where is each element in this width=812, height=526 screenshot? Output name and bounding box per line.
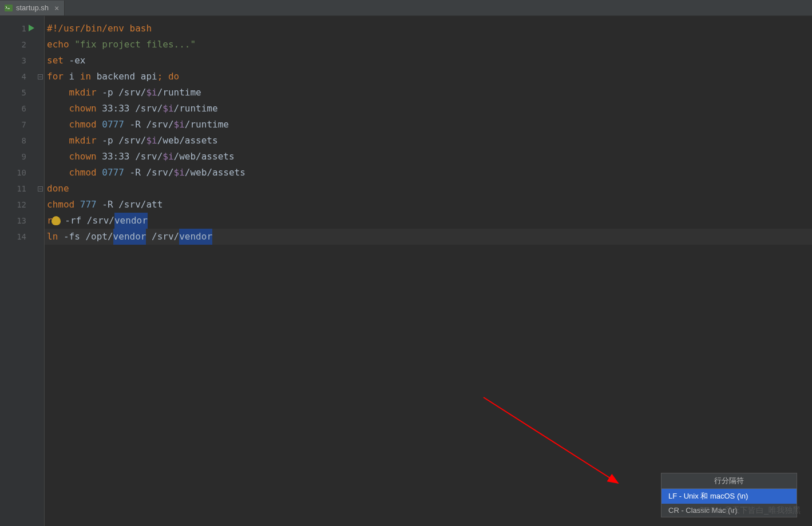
popup-item-lf[interactable]: LF - Unix 和 macOS (\n) <box>662 489 797 504</box>
editor-area: 1 2 3 4 5 6 7 8 9 10 11 12 13 14 #!/usr/… <box>0 16 812 526</box>
fold-icon[interactable] <box>38 186 43 192</box>
line-number: 13 <box>17 216 26 225</box>
code-line[interactable]: chmod 0777 -R /srv/$i/runtime <box>45 117 812 133</box>
editor-tab[interactable]: startup.sh × <box>0 1 65 15</box>
code-line[interactable]: #!/usr/bin/env bash <box>45 21 812 37</box>
code-line[interactable]: mkdir -p /srv/$i/runtime <box>45 85 812 101</box>
popup-title: 行分隔符 <box>662 473 797 489</box>
code-line[interactable]: set -ex <box>45 53 812 69</box>
code-line[interactable]: echo "fix project files..." <box>45 37 812 53</box>
line-number: 6 <box>22 104 26 113</box>
lightbulb-icon[interactable] <box>52 216 61 225</box>
line-number: 10 <box>17 168 26 177</box>
code-line[interactable]: r -rf /srv/vendor <box>45 213 812 229</box>
close-tab-icon[interactable]: × <box>54 3 59 13</box>
line-number: 11 <box>17 184 26 193</box>
code-line[interactable]: ln -fs /opt/vendor /srv/vendor <box>45 229 812 245</box>
code-line[interactable]: chown 33:33 /srv/$i/web/assets <box>45 149 812 165</box>
code-line[interactable]: for i in backend api; do <box>45 69 812 85</box>
fold-icon[interactable] <box>38 74 43 79</box>
line-number: 9 <box>22 152 26 161</box>
code-line[interactable]: mkdir -p /srv/$i/web/assets <box>45 133 812 149</box>
line-number: 12 <box>17 200 26 209</box>
line-number: 8 <box>22 136 26 145</box>
run-icon[interactable] <box>29 24 34 33</box>
code-line[interactable]: chmod 0777 -R /srv/$i/web/assets <box>45 165 812 181</box>
line-number: 5 <box>22 88 26 97</box>
code-line[interactable]: chmod 777 -R /srv/att <box>45 197 812 213</box>
fold-gutter <box>37 16 45 526</box>
line-number: 1 <box>22 24 26 33</box>
terminal-file-icon <box>5 4 13 12</box>
code-line[interactable]: chown 33:33 /srv/$i/runtime <box>45 101 812 117</box>
line-number: 2 <box>22 40 26 49</box>
tab-filename: startup.sh <box>16 3 49 12</box>
line-number: 4 <box>22 72 26 81</box>
line-number-gutter: 1 2 3 4 5 6 7 8 9 10 11 12 13 14 <box>0 16 37 526</box>
tab-bar: startup.sh × <box>0 0 812 16</box>
line-number: 7 <box>22 120 26 129</box>
line-number: 3 <box>22 56 26 65</box>
svg-rect-0 <box>5 5 13 11</box>
line-number: 14 <box>17 232 26 241</box>
code-area[interactable]: #!/usr/bin/env bash echo "fix project fi… <box>45 16 812 526</box>
watermark: CSDN @天下皆白_唯我独黑 <box>699 505 801 516</box>
code-line[interactable]: done <box>45 181 812 197</box>
